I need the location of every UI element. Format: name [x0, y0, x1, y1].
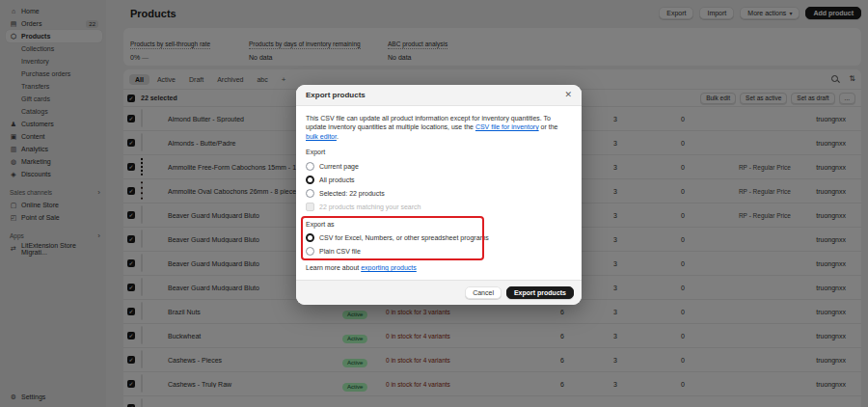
- option-label: All products: [319, 176, 355, 184]
- modal-header: Export products ✕: [296, 85, 582, 106]
- option-label: 22 products matching your search: [319, 203, 420, 211]
- radio-icon[interactable]: [306, 189, 314, 198]
- radio-icon[interactable]: [306, 203, 314, 211]
- export-as-option-1[interactable]: CSV for Excel, Numbers, or other spreads…: [306, 233, 572, 242]
- radio-icon[interactable]: [306, 247, 314, 256]
- option-label: Selected: 22 products: [319, 189, 385, 198]
- radio-checked-icon[interactable]: [306, 176, 314, 184]
- export-as-group-label: Export as: [306, 220, 572, 229]
- export-as-option-2[interactable]: Plain CSV file: [306, 247, 572, 256]
- radio-icon[interactable]: [306, 162, 314, 171]
- bulk-editor-link[interactable]: bulk editor: [306, 133, 337, 140]
- intro-text-3: .: [337, 133, 339, 140]
- export-option-4[interactable]: 22 products matching your search: [306, 203, 572, 211]
- modal-footer: Cancel Export products: [296, 280, 582, 305]
- export-products-modal: Export products ✕ This CSV file can upda…: [296, 85, 582, 305]
- export-as-options-group: CSV for Excel, Numbers, or other spreads…: [306, 233, 572, 256]
- export-group-label: Export: [306, 148, 572, 156]
- export-as-section: Export as CSV for Excel, Numbers, or oth…: [306, 220, 572, 256]
- shopify-admin: ⌂Home▤Orders22⬡ProductsCollectionsInvent…: [0, 0, 868, 407]
- exporting-products-link[interactable]: exporting products: [361, 264, 417, 271]
- radio-checked-icon[interactable]: [306, 233, 314, 242]
- intro-text-2: or the: [539, 123, 558, 130]
- modal-body: This CSV file can update all product inf…: [296, 106, 582, 280]
- option-label: CSV for Excel, Numbers, or other spreads…: [319, 233, 489, 242]
- export-option-1[interactable]: Current page: [306, 162, 572, 171]
- option-label: Current page: [319, 162, 359, 171]
- option-label: Plain CSV file: [319, 247, 361, 256]
- close-icon[interactable]: ✕: [564, 91, 572, 99]
- learn-more-text: Learn more about exporting products: [306, 263, 572, 272]
- export-option-3[interactable]: Selected: 22 products: [306, 189, 572, 198]
- learn-more-prefix: Learn more about: [306, 264, 361, 271]
- cancel-button[interactable]: Cancel: [465, 286, 502, 299]
- csv-file-for-inventory-link[interactable]: CSV file for inventory: [475, 123, 539, 130]
- modal-title: Export products: [306, 91, 366, 99]
- export-option-2[interactable]: All products: [306, 176, 572, 184]
- export-products-submit-button[interactable]: Export products: [506, 286, 574, 299]
- export-options-group: Current pageAll productsSelected: 22 pro…: [306, 162, 572, 211]
- modal-intro-text: This CSV file can update all product inf…: [306, 114, 572, 141]
